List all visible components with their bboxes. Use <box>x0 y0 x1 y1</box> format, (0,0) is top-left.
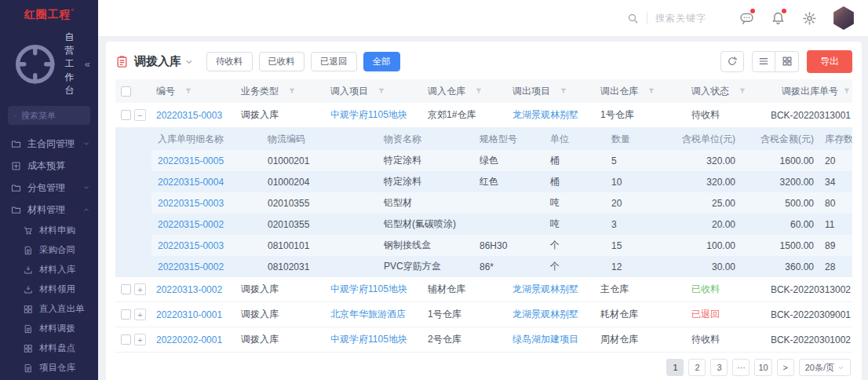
filter-funnel-icon[interactable] <box>475 87 483 95</box>
sidebar-subitem[interactable]: 直入直出单 <box>0 299 98 319</box>
pagination-page[interactable]: 3 <box>710 359 728 376</box>
column-header[interactable]: 调拨出库单号 <box>771 85 852 98</box>
avatar[interactable] <box>832 6 855 30</box>
row-checkbox[interactable] <box>121 334 131 345</box>
filter-funnel-icon[interactable] <box>560 87 567 95</box>
grid-view-button[interactable] <box>775 51 799 72</box>
column-header[interactable]: 业务类型 <box>236 85 326 98</box>
subrow-id-link[interactable]: 20220315-0002 <box>151 219 261 230</box>
pagination-ellipsis[interactable]: ··· <box>732 359 749 376</box>
row-expand-toggle[interactable]: + <box>134 309 146 320</box>
sidebar-subitem[interactable]: 材料领用 <box>0 280 98 299</box>
pagination-next[interactable]: > <box>777 359 794 376</box>
notifications-button[interactable] <box>769 9 786 27</box>
sidebar-menu: 主合同管理 成本预算 分包管理 材料管理 材料申购 采购合同 材料入库 材料领用… <box>0 133 98 380</box>
row-out-project-link[interactable]: 龙湖景观林别墅 <box>512 308 578 321</box>
table-header-row: 编号 业务类型 调入项目 调入仓库 调出项目 调出仓库 调入状态 调拨出库单号 <box>115 79 852 103</box>
pagination-page[interactable]: 1 <box>666 359 684 376</box>
sidebar-item[interactable]: 分包管理 <box>0 177 98 199</box>
row-in-project-link[interactable]: 中观学府1105地块 <box>330 333 407 346</box>
subrow-id-link[interactable]: 20220315-0003 <box>151 198 261 209</box>
settings-button[interactable] <box>801 9 818 27</box>
subrow-id-link[interactable]: 20220315-0004 <box>151 177 261 188</box>
sidebar-item[interactable]: 材料管理 <box>0 199 98 221</box>
row-id-link[interactable]: 20220310-0001 <box>156 309 222 320</box>
subrow-id-link[interactable]: 20220315-0005 <box>151 155 261 166</box>
sidebar-subitem[interactable]: 采购合同 <box>0 240 98 260</box>
collapse-sidebar-button[interactable]: « <box>85 58 90 70</box>
filter-pill[interactable]: 待收料 <box>206 52 253 71</box>
subtable-body: 20220315-000501000201特定涂料绿色桶5320.001600.… <box>151 150 852 277</box>
subtable-cell: 60.00 <box>746 219 819 230</box>
subtable-row: 20220315-000401000204特定涂料红色桶10320.003200… <box>151 171 852 192</box>
row-checkbox[interactable] <box>121 309 131 320</box>
row-out-project-link[interactable]: 绿岛湖加建项目 <box>512 333 578 346</box>
row-in-project-link[interactable]: 北京年华旅游酒店 <box>330 308 406 321</box>
filter-pill[interactable]: 全部 <box>363 52 400 71</box>
subrow-id-link[interactable]: 20220315-0003 <box>151 240 261 251</box>
chevron-down-icon <box>837 364 844 371</box>
filter-funnel-icon[interactable] <box>288 87 296 95</box>
row-expand-toggle[interactable]: + <box>134 283 146 295</box>
sidebar-subitem[interactable]: 材料盘点 <box>0 338 98 358</box>
sidebar-subitem[interactable]: 材料申购 <box>0 221 98 240</box>
global-search[interactable]: 搜索关键字 <box>627 12 706 25</box>
sidebar-subitem[interactable]: 材料调拨 <box>0 319 98 338</box>
filter-funnel-icon[interactable] <box>377 87 385 95</box>
row-business-type: 调拨入库 <box>241 333 279 346</box>
select-all-checkbox[interactable] <box>121 86 131 97</box>
filter-pill[interactable]: 已收料 <box>259 52 305 71</box>
sidebar-subitem[interactable]: 材料入库 <box>0 260 98 280</box>
column-header[interactable]: 调出项目 <box>508 85 596 98</box>
title-dropdown-caret[interactable] <box>184 57 194 67</box>
row-out-project-link[interactable]: 龙湖景观林别墅 <box>512 283 578 296</box>
subtable-cell: 特定涂料 <box>377 175 473 188</box>
column-header[interactable]: 调入状态 <box>687 85 771 98</box>
column-header[interactable]: 编号 <box>151 85 236 98</box>
subtable-cell: 3200.00 <box>746 177 819 188</box>
messages-button[interactable] <box>738 9 755 27</box>
subtable-cell: PVC穿筋方盒 <box>377 260 473 273</box>
column-header[interactable]: 调出仓库 <box>596 85 687 98</box>
row-out-project-link[interactable]: 龙湖景观林别墅 <box>512 108 578 122</box>
subtable-column-header: 入库单明细名称 <box>151 133 261 146</box>
row-id-link[interactable]: 20220313-0002 <box>156 284 222 295</box>
table-body: − 20220315-0003 调拨入库 中观学府1105地块 京郊1#仓库 龙… <box>115 103 852 353</box>
row-expand-toggle[interactable]: + <box>134 334 146 345</box>
row-checkbox[interactable] <box>121 284 131 294</box>
list-view-button[interactable] <box>752 51 775 72</box>
workspace-switcher[interactable]: 自营工作台 « <box>0 25 98 101</box>
page-size-select[interactable]: 20条/页 <box>799 359 851 376</box>
row-in-project-link[interactable]: 中观学府1105地块 <box>330 108 407 122</box>
filter-funnel-icon[interactable] <box>184 87 192 95</box>
sidebar-item[interactable]: 成本预算 <box>0 155 98 177</box>
subtable-column-header: 物资名称 <box>377 133 473 146</box>
filter-funnel-icon[interactable] <box>739 87 746 95</box>
filter-funnel-icon[interactable] <box>843 87 851 95</box>
folder-icon <box>11 139 21 149</box>
menu-search[interactable] <box>8 106 90 125</box>
subtable-cell: 08100101 <box>261 240 377 251</box>
pagination-page[interactable]: 2 <box>688 359 706 376</box>
pagination-page[interactable]: 10 <box>754 359 771 376</box>
sidebar-subitem[interactable]: 项目仓库 <box>0 358 98 378</box>
row-business-type: 调拨入库 <box>241 308 279 321</box>
filter-funnel-icon[interactable] <box>647 87 655 95</box>
row-expand-toggle[interactable]: − <box>134 109 146 121</box>
menu-search-input[interactable] <box>21 111 84 120</box>
column-header[interactable]: 调入仓库 <box>423 85 508 98</box>
subrow-id-link[interactable]: 20220315-0002 <box>151 261 261 272</box>
row-checkbox[interactable] <box>121 110 131 120</box>
row-in-project-link[interactable]: 中观学府1105地块 <box>330 283 407 296</box>
table-tools: 导出 <box>720 50 852 73</box>
row-id-link[interactable]: 20220315-0003 <box>156 110 222 121</box>
refresh-button[interactable] <box>720 51 744 72</box>
sidebar-item[interactable]: 主合同管理 <box>0 133 98 155</box>
export-button[interactable]: 导出 <box>807 50 852 73</box>
subtable-cell: 11 <box>819 219 852 230</box>
column-header[interactable]: 调入项目 <box>326 85 423 98</box>
filter-pill[interactable]: 已退回 <box>311 52 357 71</box>
folder-icon <box>11 183 21 193</box>
row-id-link[interactable]: 20220202-0001 <box>156 334 222 345</box>
subtable-cell: 铝型材(氟碳喷涂) <box>377 217 473 231</box>
